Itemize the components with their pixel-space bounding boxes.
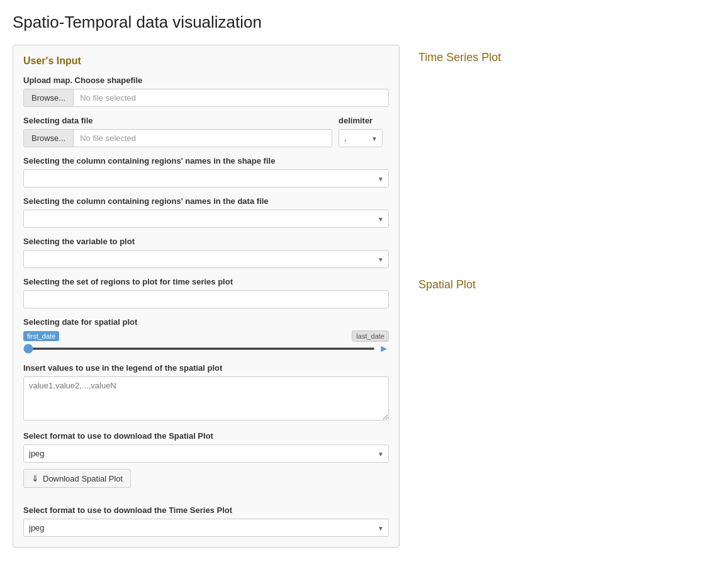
region-data-label: Selecting the column containing regions'… [23,196,389,206]
user-input-panel: User's Input Upload map. Choose shapefil… [13,45,400,548]
time-series-title: Time Series Plot [418,51,715,64]
data-file-col: Selecting data file Browse... No file se… [23,116,332,147]
download-spatial-label: Download Spatial Plot [43,474,123,483]
upload-map-browse-button[interactable]: Browse... [24,89,74,106]
region-shape-select[interactable] [23,169,389,188]
time-series-plot-area [418,77,715,266]
region-shape-select-wrapper [23,169,389,188]
legend-label: Insert values to use in the legend of th… [23,363,389,373]
upload-map-label: Upload map. Choose shapefile [23,76,389,85]
last-date-tag: last_date [352,330,389,342]
delimiter-label: delimiter [339,116,372,125]
selecting-data-label: Selecting data file [23,116,332,125]
main-content: Time Series Plot Spatial Plot [418,45,715,304]
page-title: Spatio-Temporal data visualization [13,13,715,32]
upload-map-input-row: Browse... No file selected [23,89,389,107]
download-spatial-button[interactable]: ⇓ Download Spatial Plot [23,469,131,488]
legend-textarea[interactable] [23,376,389,420]
regions-time-label: Selecting the set of regions to plot for… [23,277,389,286]
data-file-input-row: Browse... No file selected [23,129,332,147]
upload-map-file-label: No file selected [74,89,388,106]
date-spatial-section: Selecting date for spatial plot first_da… [23,317,389,354]
delimiter-select-wrapper: , ; \t | [339,129,383,147]
delimiter-select[interactable]: , ; \t | [339,129,383,147]
slider-arrow-icon[interactable]: ► [379,343,389,354]
region-shape-label: Selecting the column containing regions'… [23,156,389,166]
format-timeseries-select[interactable]: jpeg png pdf svg [23,519,389,537]
delimiter-col: delimiter , ; \t | [339,116,389,147]
regions-time-input[interactable] [23,290,389,308]
data-file-label: No file selected [74,130,332,147]
slider-row: ► [23,343,389,354]
variable-select-wrapper [23,250,389,268]
slider-labels: first_date last_date [23,330,389,342]
spatial-section: Spatial Plot [418,278,715,291]
format-timeseries-select-wrapper: jpeg png pdf svg [23,519,389,537]
region-data-select-wrapper [23,210,389,228]
region-data-select[interactable] [23,210,389,228]
date-spatial-label: Selecting date for spatial plot [23,317,389,327]
spatial-plot-title: Spatial Plot [418,278,715,291]
date-slider[interactable] [23,347,375,350]
variable-label: Selecting the variable to plot [23,237,389,246]
format-spatial-select[interactable]: jpeg png pdf svg [23,444,389,463]
data-file-browse-button[interactable]: Browse... [24,130,74,147]
sidebar-title: User's Input [23,55,389,67]
first-date-tag: first_date [23,331,59,341]
format-timeseries-label: Select format to use to download the Tim… [23,505,389,515]
variable-select[interactable] [23,250,389,268]
format-spatial-label: Select format to use to download the Spa… [23,431,389,441]
format-spatial-select-wrapper: jpeg png pdf svg [23,444,389,463]
download-icon: ⇓ [31,473,39,483]
